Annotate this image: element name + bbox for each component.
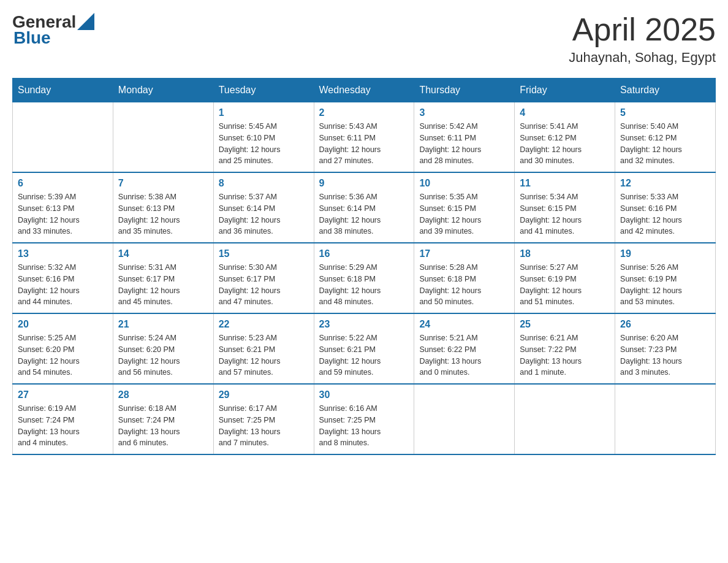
day-number: 13	[18, 248, 108, 259]
day-info: Sunrise: 5:24 AM Sunset: 6:20 PM Dayligh…	[118, 332, 208, 378]
calendar-cell	[13, 102, 113, 173]
page-location: Juhaynah, Sohag, Egypt	[569, 50, 716, 66]
calendar-week-row-2: 6Sunrise: 5:39 AM Sunset: 6:13 PM Daylig…	[13, 172, 716, 243]
calendar-cell	[615, 384, 716, 454]
calendar-cell: 1Sunrise: 5:45 AM Sunset: 6:10 PM Daylig…	[213, 102, 314, 173]
calendar-week-row-1: 1Sunrise: 5:45 AM Sunset: 6:10 PM Daylig…	[13, 102, 716, 173]
day-info: Sunrise: 5:38 AM Sunset: 6:13 PM Dayligh…	[118, 191, 208, 237]
day-info: Sunrise: 5:22 AM Sunset: 6:21 PM Dayligh…	[319, 332, 409, 378]
day-info: Sunrise: 5:35 AM Sunset: 6:15 PM Dayligh…	[419, 191, 509, 237]
calendar-week-row-4: 20Sunrise: 5:25 AM Sunset: 6:20 PM Dayli…	[13, 313, 716, 384]
day-info: Sunrise: 5:32 AM Sunset: 6:16 PM Dayligh…	[18, 262, 108, 308]
calendar-cell: 19Sunrise: 5:26 AM Sunset: 6:19 PM Dayli…	[615, 243, 716, 313]
page-header: General Blue April 2025 Juhaynah, Sohag,…	[12, 12, 716, 66]
day-number: 19	[620, 248, 710, 259]
day-number: 23	[319, 319, 409, 330]
day-number: 27	[18, 389, 108, 400]
day-number: 29	[219, 389, 309, 400]
day-number: 11	[520, 178, 610, 189]
day-number: 26	[620, 319, 710, 330]
col-monday: Monday	[113, 79, 213, 102]
calendar-cell: 13Sunrise: 5:32 AM Sunset: 6:16 PM Dayli…	[13, 243, 113, 313]
day-info: Sunrise: 5:25 AM Sunset: 6:20 PM Dayligh…	[18, 332, 108, 378]
day-number: 2	[319, 107, 409, 118]
day-info: Sunrise: 5:39 AM Sunset: 6:13 PM Dayligh…	[18, 191, 108, 237]
day-info: Sunrise: 6:20 AM Sunset: 7:23 PM Dayligh…	[620, 332, 710, 378]
calendar-cell: 9Sunrise: 5:36 AM Sunset: 6:14 PM Daylig…	[314, 172, 414, 243]
day-number: 3	[419, 107, 509, 118]
calendar-table: Sunday Monday Tuesday Wednesday Thursday…	[12, 78, 716, 455]
calendar-cell: 17Sunrise: 5:28 AM Sunset: 6:18 PM Dayli…	[414, 243, 515, 313]
logo-triangle-icon	[77, 13, 94, 30]
day-info: Sunrise: 5:33 AM Sunset: 6:16 PM Dayligh…	[620, 191, 710, 237]
day-info: Sunrise: 5:43 AM Sunset: 6:11 PM Dayligh…	[319, 121, 409, 167]
calendar-cell: 2Sunrise: 5:43 AM Sunset: 6:11 PM Daylig…	[314, 102, 414, 173]
day-info: Sunrise: 5:34 AM Sunset: 6:15 PM Dayligh…	[520, 191, 610, 237]
day-number: 10	[419, 178, 509, 189]
logo: General Blue	[12, 12, 94, 48]
day-info: Sunrise: 5:26 AM Sunset: 6:19 PM Dayligh…	[620, 262, 710, 308]
calendar-cell: 20Sunrise: 5:25 AM Sunset: 6:20 PM Dayli…	[13, 313, 113, 384]
day-info: Sunrise: 5:28 AM Sunset: 6:18 PM Dayligh…	[419, 262, 509, 308]
day-number: 25	[520, 319, 610, 330]
col-wednesday: Wednesday	[314, 79, 414, 102]
day-info: Sunrise: 6:17 AM Sunset: 7:25 PM Dayligh…	[219, 403, 309, 449]
day-info: Sunrise: 6:21 AM Sunset: 7:22 PM Dayligh…	[520, 332, 610, 378]
calendar-header-row: Sunday Monday Tuesday Wednesday Thursday…	[13, 79, 716, 102]
day-info: Sunrise: 5:37 AM Sunset: 6:14 PM Dayligh…	[219, 191, 309, 237]
calendar-week-row-5: 27Sunrise: 6:19 AM Sunset: 7:24 PM Dayli…	[13, 384, 716, 454]
calendar-cell: 14Sunrise: 5:31 AM Sunset: 6:17 PM Dayli…	[113, 243, 213, 313]
day-info: Sunrise: 5:40 AM Sunset: 6:12 PM Dayligh…	[620, 121, 710, 167]
day-number: 28	[118, 389, 208, 400]
calendar-cell: 30Sunrise: 6:16 AM Sunset: 7:25 PM Dayli…	[314, 384, 414, 454]
day-info: Sunrise: 5:31 AM Sunset: 6:17 PM Dayligh…	[118, 262, 208, 308]
day-info: Sunrise: 5:41 AM Sunset: 6:12 PM Dayligh…	[520, 121, 610, 167]
calendar-cell: 21Sunrise: 5:24 AM Sunset: 6:20 PM Dayli…	[113, 313, 213, 384]
day-info: Sunrise: 6:18 AM Sunset: 7:24 PM Dayligh…	[118, 403, 208, 449]
day-info: Sunrise: 5:45 AM Sunset: 6:10 PM Dayligh…	[219, 121, 309, 167]
calendar-cell: 4Sunrise: 5:41 AM Sunset: 6:12 PM Daylig…	[515, 102, 615, 173]
day-info: Sunrise: 5:29 AM Sunset: 6:18 PM Dayligh…	[319, 262, 409, 308]
day-info: Sunrise: 5:21 AM Sunset: 6:22 PM Dayligh…	[419, 332, 509, 378]
col-thursday: Thursday	[414, 79, 515, 102]
day-info: Sunrise: 5:23 AM Sunset: 6:21 PM Dayligh…	[219, 332, 309, 378]
calendar-cell	[515, 384, 615, 454]
day-number: 24	[419, 319, 509, 330]
calendar-cell: 8Sunrise: 5:37 AM Sunset: 6:14 PM Daylig…	[213, 172, 314, 243]
day-number: 17	[419, 248, 509, 259]
day-number: 7	[118, 178, 208, 189]
day-number: 5	[620, 107, 710, 118]
calendar-cell: 26Sunrise: 6:20 AM Sunset: 7:23 PM Dayli…	[615, 313, 716, 384]
day-number: 12	[620, 178, 710, 189]
day-number: 4	[520, 107, 610, 118]
col-sunday: Sunday	[13, 79, 113, 102]
day-info: Sunrise: 5:30 AM Sunset: 6:17 PM Dayligh…	[219, 262, 309, 308]
day-info: Sunrise: 5:36 AM Sunset: 6:14 PM Dayligh…	[319, 191, 409, 237]
logo-blue-text: Blue	[13, 28, 51, 48]
calendar-cell: 28Sunrise: 6:18 AM Sunset: 7:24 PM Dayli…	[113, 384, 213, 454]
svg-marker-0	[77, 13, 94, 30]
calendar-cell: 6Sunrise: 5:39 AM Sunset: 6:13 PM Daylig…	[13, 172, 113, 243]
col-tuesday: Tuesday	[213, 79, 314, 102]
day-number: 9	[319, 178, 409, 189]
day-number: 21	[118, 319, 208, 330]
day-number: 14	[118, 248, 208, 259]
calendar-cell	[113, 102, 213, 173]
calendar-cell: 25Sunrise: 6:21 AM Sunset: 7:22 PM Dayli…	[515, 313, 615, 384]
page-title: April 2025	[569, 12, 716, 47]
calendar-cell: 16Sunrise: 5:29 AM Sunset: 6:18 PM Dayli…	[314, 243, 414, 313]
calendar-cell: 22Sunrise: 5:23 AM Sunset: 6:21 PM Dayli…	[213, 313, 314, 384]
day-number: 22	[219, 319, 309, 330]
calendar-week-row-3: 13Sunrise: 5:32 AM Sunset: 6:16 PM Dayli…	[13, 243, 716, 313]
calendar-cell: 5Sunrise: 5:40 AM Sunset: 6:12 PM Daylig…	[615, 102, 716, 173]
day-info: Sunrise: 6:16 AM Sunset: 7:25 PM Dayligh…	[319, 403, 409, 449]
calendar-cell: 29Sunrise: 6:17 AM Sunset: 7:25 PM Dayli…	[213, 384, 314, 454]
day-info: Sunrise: 6:19 AM Sunset: 7:24 PM Dayligh…	[18, 403, 108, 449]
day-number: 8	[219, 178, 309, 189]
day-number: 1	[219, 107, 309, 118]
calendar-cell: 18Sunrise: 5:27 AM Sunset: 6:19 PM Dayli…	[515, 243, 615, 313]
day-number: 16	[319, 248, 409, 259]
calendar-cell: 7Sunrise: 5:38 AM Sunset: 6:13 PM Daylig…	[113, 172, 213, 243]
col-friday: Friday	[515, 79, 615, 102]
day-number: 6	[18, 178, 108, 189]
